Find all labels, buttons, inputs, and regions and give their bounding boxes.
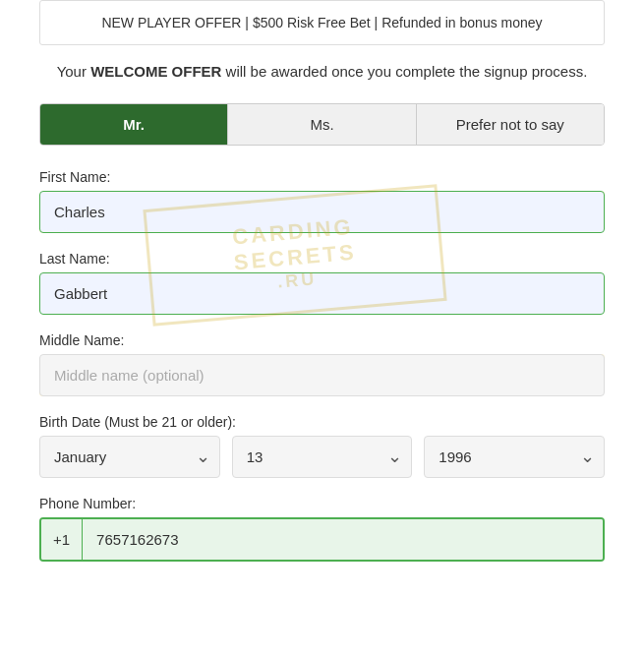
- birth-year-wrapper: 199019911992 199319941995 199619971998 1…: [424, 436, 605, 478]
- birth-month-select[interactable]: January February March April May June Ju…: [39, 436, 220, 478]
- birth-month-wrapper: January February March April May June Ju…: [39, 436, 220, 478]
- phone-row: +1: [39, 517, 605, 562]
- first-name-label: First Name:: [39, 169, 605, 185]
- phone-section: Phone Number: +1: [39, 496, 605, 562]
- birth-day-group: 1234 5678 9101112 131415 16171819 202122…: [232, 436, 413, 478]
- last-name-group: Last Name:: [39, 251, 605, 315]
- title-ms-button[interactable]: Ms.: [228, 104, 416, 145]
- middle-name-label: Middle Name:: [39, 332, 605, 348]
- first-name-group: First Name:: [39, 169, 605, 233]
- title-prefer-button[interactable]: Prefer not to say: [417, 104, 604, 145]
- banner-text: NEW PLAYER OFFER | $500 Risk Free Bet | …: [101, 15, 542, 30]
- phone-prefix: +1: [41, 519, 83, 560]
- last-name-label: Last Name:: [39, 251, 605, 267]
- phone-input[interactable]: [83, 519, 603, 560]
- birth-month-group: January February March April May June Ju…: [39, 436, 220, 478]
- birth-day-select[interactable]: 1234 5678 9101112 131415 16171819 202122…: [232, 436, 413, 478]
- title-ms-label: Ms.: [310, 116, 333, 133]
- title-prefer-label: Prefer not to say: [456, 116, 564, 133]
- title-mr-button[interactable]: Mr.: [40, 104, 228, 145]
- phone-label: Phone Number:: [39, 496, 605, 511]
- middle-name-group: Middle Name:: [39, 332, 605, 396]
- birth-date-group: Birth Date (Must be 21 or older): Januar…: [39, 414, 605, 478]
- birth-date-label: Birth Date (Must be 21 or older):: [39, 414, 605, 430]
- form-section: First Name: Last Name: Middle Name: Birt…: [39, 169, 605, 478]
- birth-date-row: January February March April May June Ju…: [39, 436, 605, 478]
- birth-year-group: 199019911992 199319941995 199619971998 1…: [424, 436, 605, 478]
- birth-day-wrapper: 1234 5678 9101112 131415 16171819 202122…: [232, 436, 413, 478]
- welcome-message: Your WELCOME OFFER will be awarded once …: [39, 61, 605, 84]
- title-selector: Mr. Ms. Prefer not to say: [39, 103, 605, 146]
- first-name-input[interactable]: [39, 191, 605, 233]
- last-name-input[interactable]: [39, 272, 605, 315]
- title-mr-label: Mr.: [123, 116, 145, 133]
- promo-banner: NEW PLAYER OFFER | $500 Risk Free Bet | …: [39, 0, 605, 45]
- middle-name-input[interactable]: [39, 354, 605, 396]
- birth-year-select[interactable]: 199019911992 199319941995 199619971998 1…: [424, 436, 605, 478]
- welcome-text: Your WELCOME OFFER will be awarded once …: [57, 63, 588, 80]
